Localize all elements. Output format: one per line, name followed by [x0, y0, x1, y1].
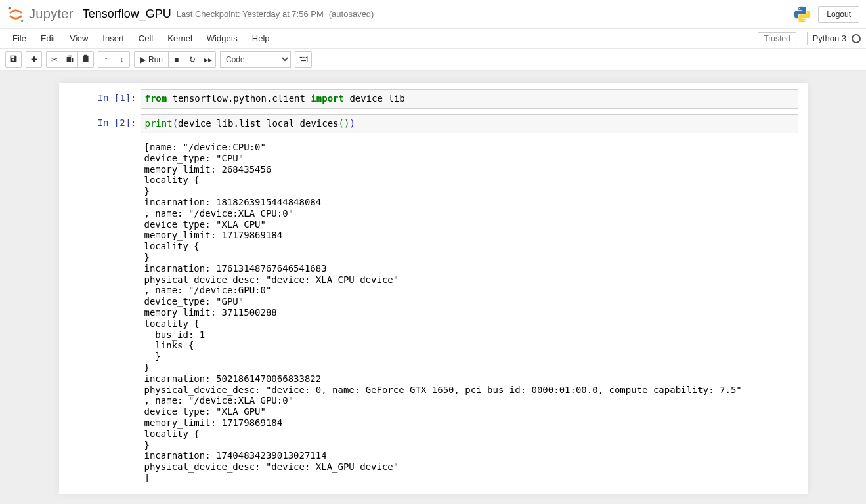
- svg-rect-6: [305, 56, 306, 58]
- restart-run-all-button[interactable]: ▸▸: [200, 51, 216, 68]
- svg-rect-2: [299, 56, 308, 62]
- output-prompt: [62, 138, 141, 487]
- jupyter-logo-text: Jupyter: [29, 7, 74, 22]
- svg-rect-5: [303, 56, 304, 58]
- move-down-button[interactable]: ↓: [114, 51, 130, 68]
- arrow-down-icon: ↓: [120, 55, 124, 64]
- menu-help[interactable]: Help: [245, 30, 277, 47]
- svg-point-0: [9, 7, 11, 9]
- copy-button[interactable]: [62, 51, 78, 68]
- jupyter-icon: [7, 5, 25, 24]
- svg-point-1: [21, 19, 24, 22]
- paste-button[interactable]: [77, 51, 94, 68]
- cut-button[interactable]: ✂: [46, 51, 62, 68]
- input-prompt: In [1]:: [62, 89, 141, 109]
- trusted-badge[interactable]: Trusted: [758, 32, 796, 45]
- fast-forward-icon: ▸▸: [204, 55, 212, 64]
- autosave-status: (autosaved): [329, 9, 374, 19]
- restart-button[interactable]: ↻: [184, 51, 200, 68]
- menu-cell[interactable]: Cell: [131, 30, 160, 47]
- separator: [807, 32, 808, 45]
- notebook-container: In [1]: from tensorflow.python.client im…: [0, 71, 866, 504]
- menu-file[interactable]: File: [5, 30, 33, 47]
- menubar: File Edit View Insert Cell Kernel Widget…: [0, 29, 866, 49]
- toolbar: ✚ ✂ ↑ ↓ ▶Run ■ ↻ ▸▸ Code: [0, 49, 866, 71]
- command-palette-button[interactable]: [295, 51, 312, 68]
- cell-output: [name: "/device:CPU:0" device_type: "CPU…: [141, 138, 798, 487]
- add-cell-button[interactable]: ✚: [26, 51, 42, 68]
- interrupt-button[interactable]: ■: [168, 51, 184, 68]
- run-label: Run: [148, 55, 163, 64]
- code-input[interactable]: from tensorflow.python.client import dev…: [141, 89, 798, 109]
- logout-button[interactable]: Logout: [818, 6, 859, 23]
- menu-insert[interactable]: Insert: [95, 30, 131, 47]
- save-icon: [9, 54, 18, 65]
- restart-icon: ↻: [189, 55, 196, 64]
- run-icon: ▶: [140, 55, 146, 64]
- jupyter-logo[interactable]: Jupyter: [7, 5, 74, 24]
- notebook: In [1]: from tensorflow.python.client im…: [59, 83, 808, 494]
- plus-icon: ✚: [31, 55, 37, 64]
- svg-rect-7: [306, 56, 307, 58]
- code-input[interactable]: print(device_lib.list_local_devices()): [141, 114, 798, 134]
- kernel-name[interactable]: Python 3: [813, 33, 846, 43]
- checkpoint-info: Last Checkpoint: Yesterday at 7:56 PM: [177, 9, 324, 19]
- cell-type-select[interactable]: Code: [220, 51, 291, 68]
- save-button[interactable]: [5, 51, 22, 68]
- move-up-button[interactable]: ↑: [98, 51, 114, 68]
- menu-kernel[interactable]: Kernel: [160, 30, 200, 47]
- stop-icon: ■: [174, 55, 179, 64]
- paste-icon: [81, 54, 90, 65]
- code-cell[interactable]: In [2]: print(device_lib.list_local_devi…: [62, 112, 805, 136]
- header-bar: Jupyter Tensorflow_GPU Last Checkpoint: …: [0, 0, 866, 29]
- input-prompt: In [2]:: [62, 114, 141, 134]
- notebook-name[interactable]: Tensorflow_GPU: [83, 7, 171, 21]
- output-cell: [name: "/device:CPU:0" device_type: "CPU…: [62, 136, 805, 490]
- copy-icon: [66, 54, 74, 65]
- python-icon: [793, 5, 812, 24]
- menu-widgets[interactable]: Widgets: [200, 30, 245, 47]
- keyboard-icon: [299, 55, 308, 64]
- svg-rect-4: [301, 56, 303, 58]
- menu-edit[interactable]: Edit: [33, 30, 62, 47]
- arrow-up-icon: ↑: [104, 55, 108, 64]
- kernel-status-icon: [852, 34, 861, 43]
- svg-rect-3: [300, 56, 301, 58]
- menu-view[interactable]: View: [62, 30, 95, 47]
- cut-icon: ✂: [51, 55, 58, 64]
- run-button[interactable]: ▶Run: [134, 51, 169, 68]
- svg-rect-8: [301, 60, 306, 61]
- code-cell[interactable]: In [1]: from tensorflow.python.client im…: [62, 87, 805, 112]
